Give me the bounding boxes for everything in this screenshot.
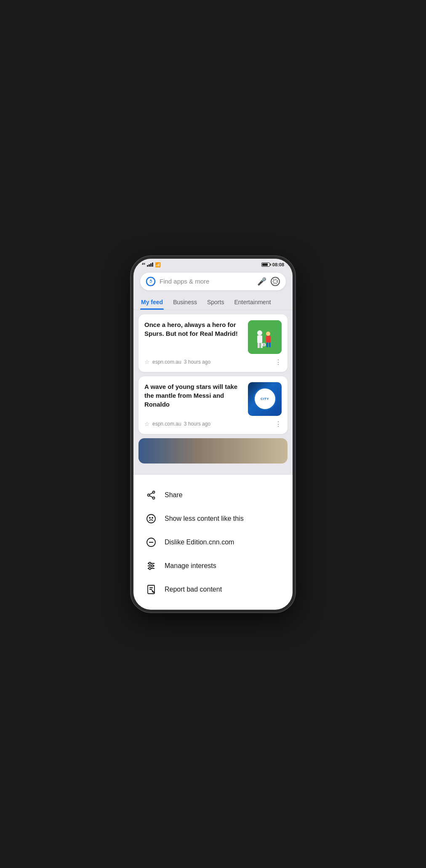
svg-rect-6 (257, 335, 262, 343)
svg-point-1 (150, 281, 152, 282)
news-card-2-title: A wave of young stars will take the mant… (144, 382, 243, 409)
svg-point-20 (149, 517, 150, 518)
sliders-icon (145, 560, 157, 572)
news-card-1-time: 3 hours ago (184, 359, 210, 365)
report-icon (145, 584, 157, 595)
svg-point-2 (273, 279, 278, 284)
phone-frame: ⁴⁶ 📶 08:08 (131, 256, 295, 612)
status-left: ⁴⁶ 📶 (142, 262, 161, 268)
dislike-menu-item[interactable]: Dislike Edition.cnn.com (133, 530, 293, 554)
city-badge: CITY (253, 387, 277, 410)
status-bar: ⁴⁶ 📶 08:08 (133, 259, 293, 269)
tabs-nav: My feed Business Sports Entertainment (133, 295, 293, 310)
bookmark-icon-2[interactable]: ☆ (144, 421, 150, 427)
phone-inner: ⁴⁶ 📶 08:08 (133, 259, 293, 610)
news-card-1-title: Once a hero, always a hero for Spurs. Bu… (144, 320, 243, 338)
svg-line-17 (150, 493, 153, 494)
status-right: 08:08 (261, 262, 284, 267)
news-card-1-source: espn.com.au (152, 359, 181, 365)
city-image: CITY (248, 382, 282, 416)
feed-section: Once a hero, always a hero for Spurs. Bu… (133, 310, 293, 475)
signal-bar-3 (150, 263, 152, 267)
partial-card (138, 438, 288, 463)
battery-fill (262, 263, 268, 266)
more-options-icon-2[interactable]: ⋮ (275, 420, 282, 428)
share-icon (145, 489, 157, 501)
svg-rect-8 (261, 343, 263, 348)
svg-rect-12 (269, 343, 271, 347)
news-card-1[interactable]: Once a hero, always a hero for Spurs. Bu… (138, 314, 288, 372)
search-placeholder: Find apps & more (160, 278, 253, 285)
news-card-2-source: espn.com.au (152, 421, 181, 427)
news-card-2[interactable]: A wave of young stars will take the mant… (138, 376, 288, 434)
show-less-label: Show less content like this (165, 515, 244, 522)
news-card-2-meta: ☆ espn.com.au 3 hours ago ⋮ (144, 420, 282, 428)
svg-point-28 (152, 565, 154, 567)
manage-interests-menu-item[interactable]: Manage interests (133, 554, 293, 578)
signal-bar-1 (147, 265, 148, 267)
minus-circle-icon (145, 536, 157, 548)
signal-bar-2 (149, 264, 150, 267)
svg-point-9 (266, 332, 270, 336)
report-label: Report bad content (165, 586, 222, 593)
news-card-2-content: A wave of young stars will take the mant… (144, 382, 282, 416)
battery-icon (261, 263, 270, 267)
svg-point-5 (257, 330, 262, 335)
show-less-menu-item[interactable]: Show less content like this (133, 507, 293, 530)
svg-point-19 (147, 514, 155, 523)
time-display: 08:08 (272, 262, 284, 267)
wifi-icon: 📶 (155, 262, 161, 268)
svg-point-16 (153, 497, 155, 499)
tab-my-feed[interactable]: My feed (140, 295, 164, 310)
svg-point-21 (152, 517, 153, 518)
network-indicator: ⁴⁶ (142, 263, 145, 267)
news-card-2-thumb: CITY (248, 382, 282, 416)
share-menu-item[interactable]: Share (133, 483, 293, 507)
tab-sports[interactable]: Sports (206, 295, 225, 310)
bookmark-icon-1[interactable]: ☆ (144, 359, 150, 365)
tab-business[interactable]: Business (172, 295, 198, 310)
microphone-icon[interactable]: 🎤 (257, 277, 266, 286)
lens-icon[interactable] (271, 277, 280, 286)
bottom-sheet: Share Show less content like this (133, 475, 293, 610)
news-card-2-time: 3 hours ago (184, 421, 210, 427)
signal-bars (147, 263, 153, 267)
news-card-1-content: Once a hero, always a hero for Spurs. Bu… (144, 320, 282, 354)
svg-rect-10 (266, 336, 271, 343)
app-logo-icon (146, 277, 155, 286)
manage-interests-label: Manage interests (165, 562, 216, 570)
news-card-1-thumb (248, 320, 282, 354)
svg-point-15 (148, 494, 150, 496)
search-bar[interactable]: Find apps & more 🎤 (140, 273, 286, 290)
news-card-1-meta: ☆ espn.com.au 3 hours ago ⋮ (144, 358, 282, 366)
svg-point-29 (149, 567, 151, 569)
svg-rect-3 (248, 320, 282, 354)
search-section: Find apps & more 🎤 (133, 269, 293, 295)
sad-face-icon (145, 513, 157, 525)
share-label: Share (165, 491, 183, 499)
svg-rect-11 (266, 343, 268, 347)
svg-rect-7 (258, 343, 260, 348)
svg-line-18 (150, 496, 153, 497)
dislike-label: Dislike Edition.cnn.com (165, 538, 234, 546)
more-options-icon-1[interactable]: ⋮ (275, 358, 282, 366)
report-menu-item[interactable]: Report bad content (133, 578, 293, 601)
soccer-image (248, 320, 282, 354)
signal-bar-4 (152, 263, 153, 267)
tab-entertainment[interactable]: Entertainment (233, 295, 272, 310)
svg-point-27 (149, 562, 151, 564)
svg-point-14 (153, 491, 155, 493)
